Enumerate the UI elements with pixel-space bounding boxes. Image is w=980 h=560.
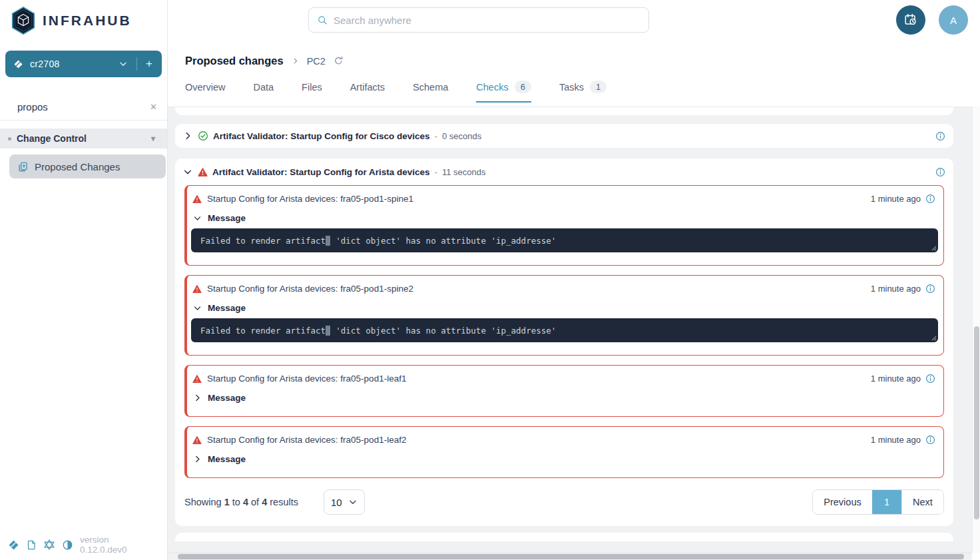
- check-title: Startup Config for Arista devices: fra05…: [207, 194, 413, 204]
- info-icon[interactable]: [935, 131, 945, 141]
- main-area: A Proposed changes PC2 Overview Data Fil…: [168, 0, 980, 560]
- graphql-icon[interactable]: [43, 539, 55, 551]
- message-toggle[interactable]: Message: [187, 384, 943, 403]
- docs-icon[interactable]: [26, 539, 37, 551]
- tab-bar: Overview Data Files Artifacts Schema Che…: [185, 81, 963, 103]
- chevron-down-icon[interactable]: [119, 59, 128, 69]
- message-toggle[interactable]: Message: [187, 204, 943, 223]
- clear-search-icon[interactable]: ✕: [150, 102, 157, 112]
- message-toggle[interactable]: Message: [187, 294, 943, 313]
- sidebar-search: ✕: [0, 94, 167, 121]
- check-timestamp: 1 minute ago: [871, 374, 921, 384]
- chevron-right-icon: [292, 57, 299, 65]
- info-icon[interactable]: [935, 167, 945, 177]
- pagination: Showing 1 to 4 of 4 results 10: [184, 486, 944, 518]
- check-timestamp: 1 minute ago: [871, 435, 921, 445]
- tasks-count-badge: 1: [590, 81, 607, 93]
- error-warning-icon: [192, 284, 202, 294]
- user-avatar[interactable]: A: [939, 5, 968, 35]
- chevron-down-icon[interactable]: [183, 167, 192, 176]
- cursor-block: [326, 326, 330, 336]
- next-page-button[interactable]: Next: [901, 490, 943, 514]
- tab-files[interactable]: Files: [302, 81, 322, 103]
- proposed-changes-icon: [17, 161, 29, 172]
- sidebar: INFRAHUB cr2708 + ✕ Change Control: [0, 0, 168, 560]
- horizontal-scrollbar-thumb[interactable]: [178, 554, 964, 559]
- info-icon[interactable]: [925, 435, 935, 445]
- pager: Previous 1 Next: [812, 489, 944, 515]
- sidebar-search-input[interactable]: [17, 101, 150, 113]
- message-textarea[interactable]: Failed to render artifact'dict object' h…: [191, 318, 938, 342]
- topbar: A: [168, 0, 980, 40]
- info-icon[interactable]: [925, 374, 935, 384]
- app-window: INFRAHUB cr2708 + ✕ Change Control: [0, 0, 980, 560]
- tab-tasks[interactable]: Tasks 1: [559, 81, 607, 103]
- chevron-down-icon: [348, 497, 358, 507]
- collapse-caret-icon[interactable]: ▾: [151, 134, 155, 143]
- validator-row-cisco[interactable]: Artifact Validator: Startup Config for C…: [175, 124, 953, 148]
- check-card-leaf2: Startup Config for Arista devices: fra05…: [184, 426, 944, 478]
- success-check-icon: [198, 131, 208, 141]
- sidebar-item-proposed-changes[interactable]: Proposed Changes: [9, 154, 166, 178]
- validator-duration: 0 seconds: [442, 131, 481, 141]
- page-title: Proposed changes: [185, 55, 284, 67]
- tab-checks[interactable]: Checks 6: [476, 81, 531, 103]
- avatar-initial: A: [950, 15, 957, 26]
- page-size-select[interactable]: 10: [324, 489, 365, 515]
- infrahub-logo[interactable]: INFRAHUB: [0, 0, 167, 41]
- global-search-input[interactable]: [334, 15, 640, 26]
- next-card-edge: [175, 533, 953, 541]
- error-warning-icon: [192, 194, 202, 204]
- checks-panel: Artifact Validator: Startup Config for C…: [168, 107, 972, 553]
- branch-icon: [13, 59, 23, 69]
- calendar-clock-icon: [903, 13, 918, 27]
- check-header: Startup Config for Arista devices: fra05…: [187, 276, 943, 294]
- info-icon[interactable]: [925, 284, 935, 294]
- topbar-actions: A: [896, 5, 980, 35]
- global-search: [308, 7, 649, 33]
- checks-count-badge: 6: [515, 81, 531, 93]
- swagger-globe-icon[interactable]: [62, 539, 73, 551]
- check-title: Startup Config for Arista devices: fra05…: [207, 435, 406, 445]
- check-title: Startup Config for Arista devices: fra05…: [207, 374, 406, 384]
- cursor-block: [326, 236, 330, 246]
- check-header: Startup Config for Arista devices: fra05…: [187, 427, 943, 445]
- check-title: Startup Config for Arista devices: fra05…: [207, 284, 413, 294]
- sidebar-group-change-control[interactable]: Change Control ▾: [0, 129, 167, 148]
- group-label: Change Control: [17, 133, 87, 144]
- sidebar-footer: version 0.12.0.dev0: [0, 533, 167, 560]
- add-branch-button[interactable]: +: [146, 57, 154, 71]
- validator-title: Artifact Validator: Startup Config for A…: [212, 167, 430, 177]
- error-warning-icon: [192, 374, 202, 384]
- resize-grip-icon[interactable]: [930, 334, 937, 341]
- horizontal-scrollbar: [168, 553, 972, 560]
- message-text: Failed to render artifact: [200, 326, 326, 336]
- tab-schema[interactable]: Schema: [413, 81, 448, 103]
- breadcrumb-item: PC2: [307, 56, 326, 67]
- check-header: Startup Config for Arista devices: fra05…: [187, 186, 943, 204]
- vertical-scrollbar-thumb[interactable]: [974, 326, 979, 519]
- message-toggle[interactable]: Message: [187, 445, 943, 464]
- chevron-down-icon: [193, 304, 202, 312]
- refresh-icon[interactable]: [334, 56, 344, 66]
- search-icon: [317, 15, 328, 25]
- check-header: Startup Config for Arista devices: fra05…: [187, 366, 943, 384]
- tab-data[interactable]: Data: [253, 81, 274, 103]
- check-timestamp: 1 minute ago: [871, 194, 921, 204]
- branch-name: cr2708: [30, 59, 119, 69]
- validator-row-arista[interactable]: Artifact Validator: Startup Config for A…: [183, 158, 945, 185]
- info-icon[interactable]: [925, 194, 935, 204]
- tab-overview[interactable]: Overview: [185, 81, 225, 103]
- branch-diamond-icon[interactable]: [8, 539, 19, 551]
- version-label: version 0.12.0.dev0: [80, 535, 158, 555]
- previous-page-button[interactable]: Previous: [813, 490, 872, 514]
- schedule-button[interactable]: [896, 5, 925, 35]
- page-1-button[interactable]: 1: [872, 490, 901, 514]
- branch-selector[interactable]: cr2708 +: [5, 51, 162, 77]
- tab-artifacts[interactable]: Artifacts: [350, 81, 385, 103]
- resize-grip-icon[interactable]: [930, 244, 937, 251]
- chevron-right-icon[interactable]: [183, 131, 192, 140]
- message-textarea[interactable]: Failed to render artifact'dict object' h…: [191, 228, 938, 252]
- sidebar-item-label: Proposed Changes: [35, 161, 120, 172]
- vertical-scrollbar: [972, 107, 980, 553]
